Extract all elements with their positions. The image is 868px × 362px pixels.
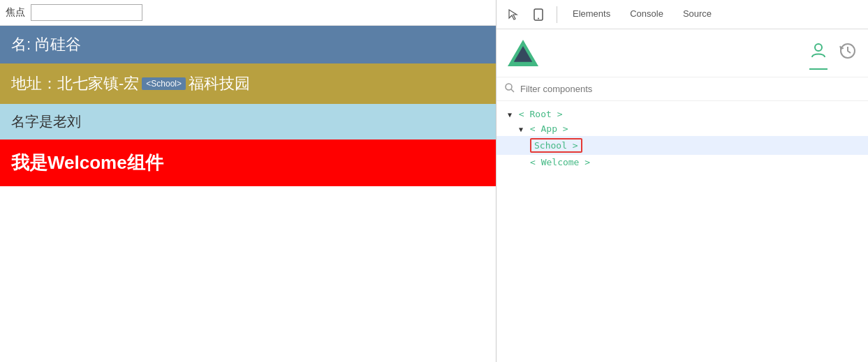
filter-search-icon	[505, 83, 515, 95]
vue-logo	[508, 38, 538, 68]
tree-tag-welcome: < Welcome >	[530, 157, 590, 167]
row-welcome: 我是Welcome组件	[0, 139, 496, 186]
tab-console[interactable]: Console	[621, 3, 672, 26]
address-post: 福科技园	[189, 73, 250, 94]
right-panel: Elements Console Source	[496, 0, 868, 362]
svg-line-7	[511, 89, 514, 92]
component-tree-icon[interactable]	[809, 42, 827, 64]
devtools-tabs: Elements Console Source	[496, 0, 868, 29]
svg-point-1	[538, 17, 539, 19]
content-area: 名: 尚硅谷 地址：北七家镇-宏<School>福科技园 名字是老刘 我是Wel…	[0, 26, 496, 362]
school-tooltip: <School>	[142, 77, 186, 90]
tree-tag-app: < App >	[530, 123, 568, 134]
tree-arrow-app: ▼	[519, 126, 523, 133]
row-myname: 名字是老刘	[0, 104, 496, 139]
row-address: 地址：北七家镇-宏<School>福科技园	[0, 63, 496, 104]
devtools-divider	[557, 6, 557, 23]
vue-header-icons	[809, 42, 857, 64]
focus-input[interactable]	[31, 4, 142, 21]
vue-devtools-header	[496, 29, 868, 77]
history-icon[interactable]	[839, 42, 857, 64]
tree-item-app[interactable]: ▼ < App >	[496, 121, 868, 136]
tab-elements[interactable]: Elements	[564, 3, 619, 26]
address-pre: 地址：北七家镇-宏	[11, 73, 139, 94]
component-tree: ▼ < Root > ▼ < App > School > < Welcome …	[496, 101, 868, 362]
school-selected-box: School >	[530, 138, 582, 153]
top-bar: 焦点	[0, 0, 496, 26]
tab-source[interactable]: Source	[675, 3, 720, 26]
cursor-icon-btn[interactable]	[502, 3, 524, 26]
svg-point-4	[815, 44, 822, 51]
tree-arrow-root: ▼	[508, 111, 512, 119]
filter-input[interactable]	[520, 84, 860, 94]
mobile-icon-btn[interactable]	[527, 3, 550, 26]
tree-item-welcome[interactable]: < Welcome >	[496, 155, 868, 169]
tree-tag-root: < Root >	[519, 109, 563, 119]
filter-bar	[496, 77, 868, 101]
focus-label: 焦点	[6, 6, 25, 19]
svg-point-6	[506, 84, 512, 90]
left-panel: 焦点 名: 尚硅谷 地址：北七家镇-宏<School>福科技园 名字是老刘 我是…	[0, 0, 496, 362]
tree-item-root[interactable]: ▼ < Root >	[496, 107, 868, 121]
tree-tag-school: School >	[534, 140, 578, 151]
row-name: 名: 尚硅谷	[0, 26, 496, 63]
tree-item-school[interactable]: School >	[496, 136, 868, 155]
